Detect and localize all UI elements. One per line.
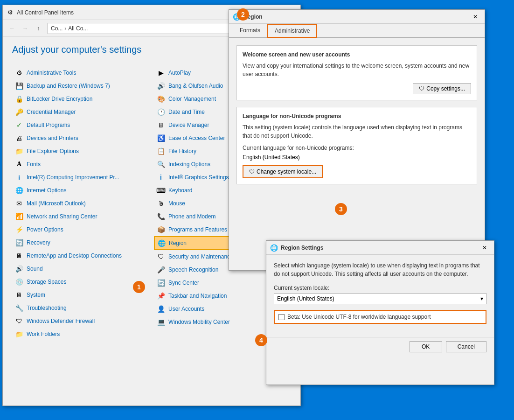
back-button[interactable]: ← xyxy=(7,23,18,34)
cp-item-backup[interactable]: 💾Backup and Restore (Windows 7) xyxy=(12,79,149,92)
rs-locale-label: Current system locale: xyxy=(274,285,486,291)
cp-item-admin-tools[interactable]: ⚙Administrative Tools xyxy=(12,66,149,79)
cp-item-work-folders[interactable]: 📁Work Folders xyxy=(12,328,149,341)
rs-select-row: English (United States) ▾ xyxy=(274,293,486,304)
cp-item-fonts[interactable]: AFonts xyxy=(12,158,149,171)
non-unicode-title: Language for non-Unicode programs xyxy=(243,113,471,119)
region-label: Region xyxy=(169,240,187,246)
rs-title: Region Settings xyxy=(281,245,479,251)
cp-item-file-explorer[interactable]: 📁File Explorer Options xyxy=(12,145,149,158)
cp-item-mail[interactable]: ✉Mail (Microsoft Outlook) xyxy=(12,197,149,210)
rs-cancel-button[interactable]: Cancel xyxy=(446,341,486,352)
tab-administrative[interactable]: Administrative xyxy=(267,24,317,38)
step-badge-2: 2 xyxy=(237,8,249,21)
beta-label: Beta: Use Unicode UTF-8 for worldwide la… xyxy=(287,314,431,320)
current-locale-label: Current language for non-Unicode program… xyxy=(243,145,471,151)
cp-item-defender[interactable]: 🛡Windows Defender Firewall xyxy=(12,315,149,328)
cp-item-credential[interactable]: 🔑Credential Manager xyxy=(12,105,149,119)
cp-item-network[interactable]: 📶Network and Sharing Center xyxy=(12,210,149,223)
select-dropdown-icon: ▾ xyxy=(480,295,483,302)
cp-item-remoteapp[interactable]: 🖥RemoteApp and Desktop Connections xyxy=(12,249,149,262)
address-sep-1: › xyxy=(64,25,66,32)
region-dialog: 🌐 Region ✕ Formats Administrative Welcom… xyxy=(229,9,485,271)
region-dialog-close[interactable]: ✕ xyxy=(470,12,481,21)
step-badge-4: 4 xyxy=(255,334,267,346)
change-system-locale-button[interactable]: 🛡 Change system locale... xyxy=(243,165,323,178)
up-button[interactable]: ↑ xyxy=(33,23,44,34)
address-part-2: All Co... xyxy=(68,25,88,32)
cp-item-recovery[interactable]: 🔄Recovery xyxy=(12,236,149,249)
forward-button[interactable]: → xyxy=(20,23,31,34)
non-unicode-section: Language for non-Unicode programs This s… xyxy=(236,107,477,184)
welcome-section: Welcome screen and new user accounts Vie… xyxy=(236,45,477,100)
region-dialog-body: Welcome screen and new user accounts Vie… xyxy=(229,38,485,198)
step-badge-1: 1 xyxy=(133,281,145,293)
rs-titlebar: 🌐 Region Settings ✕ xyxy=(266,241,494,255)
rs-footer: OK Cancel xyxy=(266,337,494,356)
tab-formats[interactable]: Formats xyxy=(233,24,267,38)
beta-unicode-checkbox[interactable] xyxy=(278,314,285,320)
address-part-1: Co... xyxy=(51,25,63,32)
region-dialog-title: Region xyxy=(243,14,470,20)
region-dialog-titlebar: 🌐 Region ✕ xyxy=(229,10,485,24)
cp-item-internet-options[interactable]: 🌐Internet Options xyxy=(12,184,149,197)
shield-icon-copy: 🛡 xyxy=(419,85,424,92)
cp-item-default-programs[interactable]: ✓Default Programs xyxy=(12,119,149,132)
rs-description: Select which language (system locale) to… xyxy=(274,261,486,278)
welcome-section-desc: View and copy your international setting… xyxy=(243,62,471,78)
current-locale-value: English (United States) xyxy=(243,154,471,161)
non-unicode-desc: This setting (system locale) controls th… xyxy=(243,123,471,140)
welcome-section-title: Welcome screen and new user accounts xyxy=(243,51,471,58)
rs-icon: 🌐 xyxy=(270,244,278,252)
rs-body: Select which language (system locale) to… xyxy=(266,255,494,337)
cp-item-troubleshoot[interactable]: 🔧Troubleshooting xyxy=(12,301,149,315)
rs-close-button[interactable]: ✕ xyxy=(479,243,490,252)
cp-window-icon: ⚙ xyxy=(7,9,14,16)
cp-col1: ⚙Administrative Tools 💾Backup and Restor… xyxy=(12,66,149,341)
step-badge-3: 3 xyxy=(335,203,347,215)
shield-icon-locale: 🛡 xyxy=(249,168,255,175)
cp-item-sound[interactable]: 🔊Sound xyxy=(12,262,149,275)
cp-item-intel-computing[interactable]: iIntel(R) Computing Improvement Pr... xyxy=(12,171,149,184)
rs-locale-select[interactable]: English (United States) ▾ xyxy=(274,293,486,304)
region-settings-dialog: 🌐 Region Settings ✕ Select which languag… xyxy=(266,240,494,385)
region-dialog-tabs: Formats Administrative xyxy=(229,24,485,38)
copy-settings-button[interactable]: 🛡 Copy settings... xyxy=(413,83,471,94)
cp-item-power[interactable]: ⚡Power Options xyxy=(12,223,149,236)
cp-item-bitlocker[interactable]: 🔒BitLocker Drive Encryption xyxy=(12,92,149,105)
beta-row: Beta: Use Unicode UTF-8 for worldwide la… xyxy=(274,310,486,324)
cp-heading: Adjust your computer's settings xyxy=(12,44,141,55)
rs-ok-button[interactable]: OK xyxy=(410,341,442,352)
cp-item-storage[interactable]: 💿Storage Spaces xyxy=(12,275,149,288)
cp-item-devices-printers[interactable]: 🖨Devices and Printers xyxy=(12,132,149,145)
cp-title: All Control Panel Items xyxy=(17,9,258,16)
cp-item-system[interactable]: 🖥System xyxy=(12,288,149,301)
